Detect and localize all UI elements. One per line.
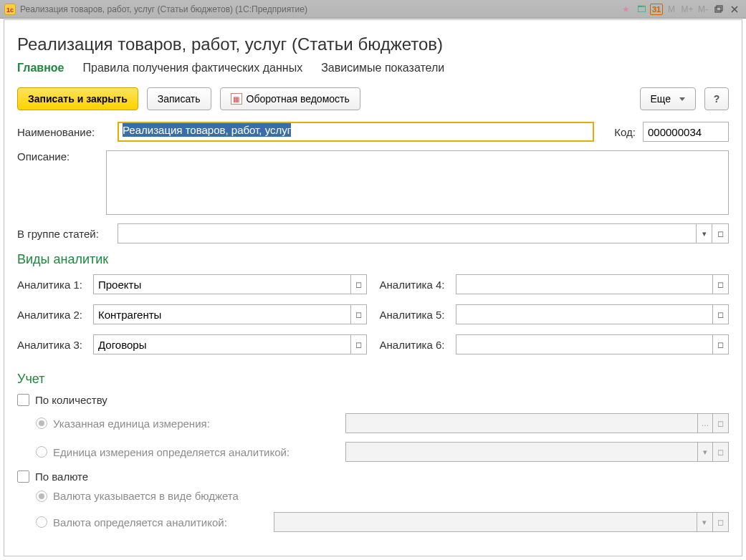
turnover-report-label: Оборотная ведомость: [247, 93, 350, 105]
by-currency-label: По валюте: [35, 470, 88, 483]
window-title: Реализация товаров, работ, услуг (Статьи…: [20, 4, 617, 14]
app-icon: 1c: [4, 4, 16, 15]
analytics-grid: Аналитика 1: ◻ Аналитика 2: ◻ Аналитика …: [17, 274, 729, 365]
more-button[interactable]: Еще: [640, 87, 697, 110]
analytic-1-input[interactable]: [93, 274, 350, 294]
analytic-4-open-icon[interactable]: ◻: [712, 274, 729, 294]
analytic-1-label: Аналитика 1:: [17, 279, 93, 291]
page-title: Реализация товаров, работ, услуг (Статьи…: [17, 34, 729, 54]
radio-icon: [36, 516, 47, 528]
currency-by-analytic-input: [274, 512, 697, 532]
name-label: Наименование:: [17, 126, 110, 138]
save-and-close-button[interactable]: Записать и закрыть: [17, 87, 138, 110]
analytic-5-label: Аналитика 5:: [380, 309, 456, 321]
analytic-3-open-icon[interactable]: ◻: [350, 334, 367, 354]
checkbox-icon: [17, 394, 29, 406]
favorite-icon[interactable]: ★: [618, 3, 633, 16]
checkbox-icon: [17, 470, 29, 483]
unit-by-analytic-dropdown-icon: ▾: [697, 442, 713, 462]
chevron-down-icon: [679, 97, 685, 101]
name-input-value: Реализация товаров, работ, услуг: [123, 123, 291, 137]
unit-by-analytic-open-icon: ◻: [713, 442, 729, 462]
analytic-row-1: Аналитика 1: ◻: [17, 274, 367, 294]
analytic-6-input[interactable]: [456, 334, 713, 354]
calendar-icon[interactable]: 31: [650, 4, 663, 15]
analytic-row-3: Аналитика 3: ◻: [17, 334, 367, 354]
unit-by-analytic-label: Единица измерения определяется аналитико…: [53, 446, 290, 458]
titlebar: 1c Реализация товаров, работ, услуг (Ста…: [0, 0, 746, 19]
analytic-row-2: Аналитика 2: ◻: [17, 304, 367, 324]
analytic-4-input[interactable]: [456, 274, 713, 294]
radio-icon: [36, 491, 47, 502]
by-quantity-label: По количеству: [35, 394, 107, 406]
by-currency-checkbox[interactable]: По валюте: [17, 470, 729, 483]
analytic-row-6: Аналитика 6: ◻: [380, 334, 730, 354]
name-input[interactable]: Реализация товаров, работ, услуг: [118, 122, 594, 142]
svg-rect-1: [717, 6, 722, 11]
window-close-icon[interactable]: [727, 3, 742, 16]
analytic-2-label: Аналитика 2:: [17, 309, 93, 321]
analytic-2-input[interactable]: [93, 304, 350, 324]
m-minus-icon[interactable]: M-: [696, 3, 710, 16]
turnover-report-button[interactable]: ▦ Оборотная ведомость: [220, 87, 360, 110]
group-input[interactable]: [118, 223, 696, 243]
currency-by-analytic-label: Валюта определяется аналитикой:: [53, 516, 227, 528]
analytic-6-open-icon[interactable]: ◻: [712, 334, 729, 354]
group-dropdown-icon[interactable]: ▾: [696, 223, 712, 243]
unit-by-analytic-radio[interactable]: Единица измерения определяется аналитико…: [36, 446, 337, 458]
currency-by-analytic-radio[interactable]: Валюта определяется аналитикой:: [36, 516, 265, 528]
tab-dependents[interactable]: Зависимые показатели: [321, 62, 444, 74]
form-body: Реализация товаров, работ, услуг (Статьи…: [4, 19, 742, 556]
tab-rules[interactable]: Правила получения фактических данных: [83, 62, 303, 74]
analytic-5-input[interactable]: [456, 304, 713, 324]
window-restore-icon[interactable]: [712, 3, 726, 16]
row-group: В группе статей: ▾ ◻: [17, 223, 729, 243]
m-icon[interactable]: M: [664, 3, 679, 16]
save-button[interactable]: Записать: [147, 87, 211, 110]
code-label: Код:: [614, 126, 636, 138]
code-input[interactable]: [643, 122, 729, 142]
description-input[interactable]: [106, 150, 729, 215]
currency-in-budget-label: Валюта указывается в виде бюджета: [53, 490, 239, 502]
group-open-icon[interactable]: ◻: [712, 223, 729, 243]
unit-fixed-input: [345, 413, 697, 433]
toolbar: Записать и закрыть Записать ▦ Оборотная …: [17, 87, 729, 110]
row-name: Наименование: Реализация товаров, работ,…: [17, 122, 729, 142]
m-plus-icon[interactable]: M+: [680, 3, 694, 16]
unit-fixed-label: Указанная единица измерения:: [53, 417, 210, 430]
tabs: Главное Правила получения фактических да…: [17, 62, 729, 74]
more-label: Еще: [651, 93, 671, 105]
currency-by-analytic-open-icon: ◻: [713, 512, 729, 532]
analytic-row-4: Аналитика 4: ◻: [380, 274, 730, 294]
currency-by-analytic-dropdown-icon: ▾: [697, 512, 712, 532]
unit-by-analytic-input: [345, 442, 697, 462]
analytic-row-5: Аналитика 5: ◻: [380, 304, 730, 324]
currency-in-budget-radio[interactable]: Валюта указывается в виде бюджета: [36, 490, 729, 502]
group-label: В группе статей:: [17, 228, 110, 240]
tab-main[interactable]: Главное: [17, 62, 64, 74]
by-quantity-checkbox[interactable]: По количеству: [17, 394, 729, 406]
unit-fixed-ellipsis-icon: …: [697, 413, 713, 433]
radio-icon: [36, 417, 47, 429]
report-icon: ▦: [231, 93, 242, 105]
analytic-1-open-icon[interactable]: ◻: [350, 274, 367, 294]
description-label: Описание:: [17, 150, 99, 163]
analytic-4-label: Аналитика 4:: [380, 279, 456, 291]
row-description: Описание:: [17, 150, 729, 215]
unit-fixed-open-icon: ◻: [713, 413, 729, 433]
analytic-3-input[interactable]: [93, 334, 350, 354]
analytic-3-label: Аналитика 3:: [17, 339, 93, 351]
analytic-6-label: Аналитика 6:: [380, 339, 456, 351]
calculator-icon[interactable]: 🗔: [634, 3, 649, 16]
section-analytics-title: Виды аналитик: [17, 252, 729, 267]
analytic-2-open-icon[interactable]: ◻: [350, 304, 367, 324]
section-accounting-title: Учет: [17, 372, 729, 387]
svg-rect-0: [715, 7, 721, 12]
radio-icon: [36, 446, 47, 458]
analytic-5-open-icon[interactable]: ◻: [712, 304, 729, 324]
unit-fixed-radio[interactable]: Указанная единица измерения:: [36, 417, 337, 430]
help-button[interactable]: ?: [704, 87, 729, 110]
